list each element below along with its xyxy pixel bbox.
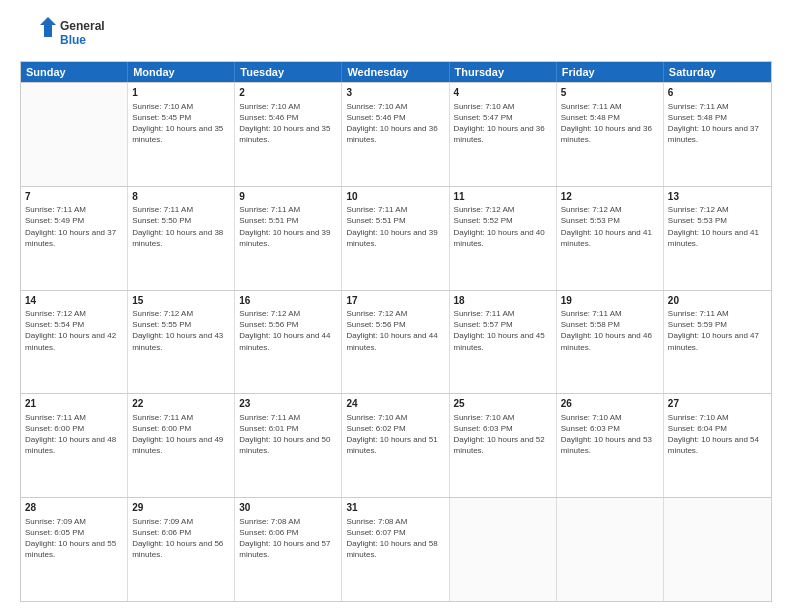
day-number: 18 bbox=[454, 294, 552, 308]
cell-info: Sunrise: 7:10 AM Sunset: 6:03 PM Dayligh… bbox=[561, 412, 659, 457]
sunset-text: Sunset: 5:45 PM bbox=[132, 112, 230, 123]
calendar-cell: 15 Sunrise: 7:12 AM Sunset: 5:55 PM Dayl… bbox=[128, 291, 235, 394]
sunset-text: Sunset: 5:56 PM bbox=[346, 319, 444, 330]
daylight-text: Daylight: 10 hours and 36 minutes. bbox=[346, 123, 444, 145]
sunrise-text: Sunrise: 7:10 AM bbox=[132, 101, 230, 112]
sunset-text: Sunset: 6:06 PM bbox=[239, 527, 337, 538]
daylight-text: Daylight: 10 hours and 43 minutes. bbox=[132, 330, 230, 352]
sunset-text: Sunset: 5:50 PM bbox=[132, 215, 230, 226]
day-header-tuesday: Tuesday bbox=[235, 62, 342, 82]
sunset-text: Sunset: 6:03 PM bbox=[454, 423, 552, 434]
cell-info: Sunrise: 7:10 AM Sunset: 6:03 PM Dayligh… bbox=[454, 412, 552, 457]
daylight-text: Daylight: 10 hours and 41 minutes. bbox=[668, 227, 767, 249]
day-number: 24 bbox=[346, 397, 444, 411]
calendar-cell bbox=[450, 498, 557, 601]
daylight-text: Daylight: 10 hours and 36 minutes. bbox=[561, 123, 659, 145]
calendar-cell: 31 Sunrise: 7:08 AM Sunset: 6:07 PM Dayl… bbox=[342, 498, 449, 601]
cell-info: Sunrise: 7:10 AM Sunset: 6:02 PM Dayligh… bbox=[346, 412, 444, 457]
day-number: 14 bbox=[25, 294, 123, 308]
sunrise-text: Sunrise: 7:12 AM bbox=[239, 308, 337, 319]
calendar-week-3: 14 Sunrise: 7:12 AM Sunset: 5:54 PM Dayl… bbox=[21, 290, 771, 394]
day-number: 22 bbox=[132, 397, 230, 411]
cell-info: Sunrise: 7:11 AM Sunset: 5:49 PM Dayligh… bbox=[25, 204, 123, 249]
page: General Blue SundayMondayTuesdayWednesda… bbox=[0, 0, 792, 612]
day-number: 25 bbox=[454, 397, 552, 411]
sunset-text: Sunset: 5:54 PM bbox=[25, 319, 123, 330]
cell-info: Sunrise: 7:12 AM Sunset: 5:56 PM Dayligh… bbox=[346, 308, 444, 353]
sunset-text: Sunset: 6:02 PM bbox=[346, 423, 444, 434]
day-number: 20 bbox=[668, 294, 767, 308]
sunset-text: Sunset: 6:05 PM bbox=[25, 527, 123, 538]
daylight-text: Daylight: 10 hours and 39 minutes. bbox=[346, 227, 444, 249]
day-number: 21 bbox=[25, 397, 123, 411]
sunrise-text: Sunrise: 7:11 AM bbox=[239, 204, 337, 215]
logo-blue: Blue bbox=[60, 33, 105, 47]
calendar-cell: 10 Sunrise: 7:11 AM Sunset: 5:51 PM Dayl… bbox=[342, 187, 449, 290]
sunrise-text: Sunrise: 7:09 AM bbox=[25, 516, 123, 527]
daylight-text: Daylight: 10 hours and 55 minutes. bbox=[25, 538, 123, 560]
day-number: 7 bbox=[25, 190, 123, 204]
daylight-text: Daylight: 10 hours and 50 minutes. bbox=[239, 434, 337, 456]
sunrise-text: Sunrise: 7:10 AM bbox=[346, 101, 444, 112]
day-header-sunday: Sunday bbox=[21, 62, 128, 82]
calendar-cell bbox=[557, 498, 664, 601]
daylight-text: Daylight: 10 hours and 56 minutes. bbox=[132, 538, 230, 560]
sunrise-text: Sunrise: 7:11 AM bbox=[561, 101, 659, 112]
logo-icon bbox=[20, 15, 56, 51]
day-number: 2 bbox=[239, 86, 337, 100]
day-number: 10 bbox=[346, 190, 444, 204]
calendar-cell: 4 Sunrise: 7:10 AM Sunset: 5:47 PM Dayli… bbox=[450, 83, 557, 186]
sunset-text: Sunset: 6:01 PM bbox=[239, 423, 337, 434]
daylight-text: Daylight: 10 hours and 58 minutes. bbox=[346, 538, 444, 560]
day-number: 6 bbox=[668, 86, 767, 100]
cell-info: Sunrise: 7:11 AM Sunset: 5:48 PM Dayligh… bbox=[561, 101, 659, 146]
sunset-text: Sunset: 5:53 PM bbox=[668, 215, 767, 226]
daylight-text: Daylight: 10 hours and 48 minutes. bbox=[25, 434, 123, 456]
day-number: 23 bbox=[239, 397, 337, 411]
cell-info: Sunrise: 7:08 AM Sunset: 6:07 PM Dayligh… bbox=[346, 516, 444, 561]
cell-info: Sunrise: 7:11 AM Sunset: 5:51 PM Dayligh… bbox=[346, 204, 444, 249]
sunrise-text: Sunrise: 7:10 AM bbox=[346, 412, 444, 423]
cell-info: Sunrise: 7:12 AM Sunset: 5:53 PM Dayligh… bbox=[561, 204, 659, 249]
daylight-text: Daylight: 10 hours and 35 minutes. bbox=[132, 123, 230, 145]
sunrise-text: Sunrise: 7:09 AM bbox=[132, 516, 230, 527]
day-number: 9 bbox=[239, 190, 337, 204]
logo: General Blue bbox=[20, 15, 105, 51]
calendar-cell: 16 Sunrise: 7:12 AM Sunset: 5:56 PM Dayl… bbox=[235, 291, 342, 394]
cell-info: Sunrise: 7:10 AM Sunset: 5:47 PM Dayligh… bbox=[454, 101, 552, 146]
cell-info: Sunrise: 7:12 AM Sunset: 5:53 PM Dayligh… bbox=[668, 204, 767, 249]
calendar-cell bbox=[21, 83, 128, 186]
day-number: 12 bbox=[561, 190, 659, 204]
day-number: 30 bbox=[239, 501, 337, 515]
sunrise-text: Sunrise: 7:10 AM bbox=[561, 412, 659, 423]
daylight-text: Daylight: 10 hours and 49 minutes. bbox=[132, 434, 230, 456]
day-number: 19 bbox=[561, 294, 659, 308]
calendar-cell: 1 Sunrise: 7:10 AM Sunset: 5:45 PM Dayli… bbox=[128, 83, 235, 186]
calendar-cell: 19 Sunrise: 7:11 AM Sunset: 5:58 PM Dayl… bbox=[557, 291, 664, 394]
day-number: 1 bbox=[132, 86, 230, 100]
calendar-cell: 18 Sunrise: 7:11 AM Sunset: 5:57 PM Dayl… bbox=[450, 291, 557, 394]
sunrise-text: Sunrise: 7:11 AM bbox=[346, 204, 444, 215]
sunset-text: Sunset: 5:46 PM bbox=[239, 112, 337, 123]
day-header-saturday: Saturday bbox=[664, 62, 771, 82]
header: General Blue bbox=[20, 15, 772, 51]
cell-info: Sunrise: 7:10 AM Sunset: 5:46 PM Dayligh… bbox=[346, 101, 444, 146]
calendar-cell: 21 Sunrise: 7:11 AM Sunset: 6:00 PM Dayl… bbox=[21, 394, 128, 497]
sunrise-text: Sunrise: 7:11 AM bbox=[25, 204, 123, 215]
day-header-thursday: Thursday bbox=[450, 62, 557, 82]
sunset-text: Sunset: 6:00 PM bbox=[132, 423, 230, 434]
calendar-cell: 24 Sunrise: 7:10 AM Sunset: 6:02 PM Dayl… bbox=[342, 394, 449, 497]
cell-info: Sunrise: 7:12 AM Sunset: 5:55 PM Dayligh… bbox=[132, 308, 230, 353]
calendar-cell: 17 Sunrise: 7:12 AM Sunset: 5:56 PM Dayl… bbox=[342, 291, 449, 394]
calendar-cell: 14 Sunrise: 7:12 AM Sunset: 5:54 PM Dayl… bbox=[21, 291, 128, 394]
sunset-text: Sunset: 5:46 PM bbox=[346, 112, 444, 123]
daylight-text: Daylight: 10 hours and 40 minutes. bbox=[454, 227, 552, 249]
calendar-cell: 2 Sunrise: 7:10 AM Sunset: 5:46 PM Dayli… bbox=[235, 83, 342, 186]
cell-info: Sunrise: 7:11 AM Sunset: 5:51 PM Dayligh… bbox=[239, 204, 337, 249]
daylight-text: Daylight: 10 hours and 39 minutes. bbox=[239, 227, 337, 249]
calendar-cell: 8 Sunrise: 7:11 AM Sunset: 5:50 PM Dayli… bbox=[128, 187, 235, 290]
calendar-week-1: 1 Sunrise: 7:10 AM Sunset: 5:45 PM Dayli… bbox=[21, 82, 771, 186]
sunset-text: Sunset: 6:03 PM bbox=[561, 423, 659, 434]
day-header-monday: Monday bbox=[128, 62, 235, 82]
calendar-cell: 7 Sunrise: 7:11 AM Sunset: 5:49 PM Dayli… bbox=[21, 187, 128, 290]
